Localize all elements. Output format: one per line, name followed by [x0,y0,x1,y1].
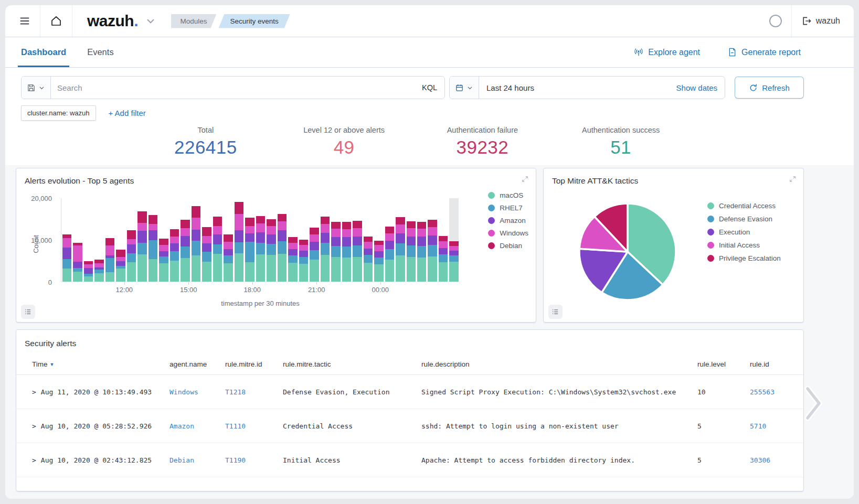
bar-14[interactable] [213,198,222,282]
menu-hamburger-icon[interactable] [19,15,30,27]
bar-33[interactable] [417,198,426,282]
bar-9[interactable] [159,198,168,282]
bar-legend-item-windows[interactable]: Windows [488,229,528,237]
bar-2[interactable] [84,198,93,282]
bar-27[interactable] [353,198,362,282]
bar-12[interactable] [192,198,200,282]
expand-row-icon[interactable]: > [32,422,36,430]
bar-28[interactable] [364,198,373,282]
bar-17[interactable] [245,198,254,282]
bar-10[interactable] [170,198,179,282]
bar-1[interactable] [73,198,82,282]
bar-32[interactable] [407,198,416,282]
bar-legend-item-debian[interactable]: Debian [488,242,528,250]
breadcrumb-security-events[interactable]: Security events [219,14,290,28]
add-filter-button[interactable]: + Add filter [105,108,149,118]
column-header-rule-mitre-tactic[interactable]: rule.mitre.tactic [283,360,421,368]
cell-rule-id[interactable]: 5710 [750,422,803,430]
generate-report-button[interactable]: Generate report [724,47,804,58]
show-dates-button[interactable]: Show dates [669,83,725,92]
bar-25[interactable] [331,198,340,282]
stats-row: Total226415Level 12 or above alerts49Aut… [136,126,690,158]
inspect-panel-icon[interactable] [548,305,563,319]
bar-34[interactable] [428,198,437,282]
kql-toggle[interactable]: KQL [415,83,444,92]
cell-mitre-id[interactable]: T1218 [225,388,283,396]
search-input[interactable] [51,83,415,92]
bar-0[interactable] [62,198,71,282]
bar-36[interactable] [449,198,458,282]
bar-15[interactable] [224,198,232,282]
column-header-time[interactable]: Time▼ [32,360,169,368]
tab-events[interactable]: Events [87,37,113,67]
bar-legend-item-amazon[interactable]: Amazon [488,217,528,224]
bar-21[interactable] [288,198,297,282]
bar-18[interactable] [256,198,265,282]
expand-row-icon[interactable]: > [32,456,36,464]
bar-22[interactable] [299,198,308,282]
column-header-rule-description[interactable]: rule.description [421,360,697,368]
filter-chip-cluster-name[interactable]: cluster.name: wazuh [21,105,96,121]
bar-segment-rhel7 [73,268,82,272]
pie-legend-item-privilege-escalation[interactable]: Privilege Escalation [707,254,781,262]
cell-agent-name[interactable]: Debian [169,456,225,464]
next-page-chevron-icon[interactable] [803,384,823,422]
home-icon[interactable] [50,15,62,27]
bar-35[interactable] [439,198,448,282]
time-range-value[interactable]: Last 24 hours [479,83,669,92]
column-header-rule-level[interactable]: rule.level [697,360,750,368]
bar-segment-debian [385,227,394,233]
bar-6[interactable] [127,198,136,282]
bar-11[interactable] [181,198,189,282]
pie-legend-item-initial-access[interactable]: Initial Access [707,241,781,249]
bar-3[interactable] [94,198,103,282]
bar-legend-item-rhel7[interactable]: RHEL7 [488,204,528,212]
bar-5[interactable] [116,198,125,282]
saved-query-menu[interactable] [22,77,51,99]
explore-agent-button[interactable]: Explore agent [630,47,703,58]
column-header-agent-name[interactable]: agent.name [169,360,225,368]
date-quick-menu[interactable] [450,77,479,99]
health-status-icon[interactable] [769,15,782,27]
bar-19[interactable] [267,198,275,282]
pie-legend-item-credential-access[interactable]: Credential Access [707,202,781,210]
pie-legend-item-defense-evasion[interactable]: Defense Evasion [707,215,781,223]
expand-row-icon[interactable]: > [32,388,36,396]
bar-13[interactable] [202,198,211,282]
tab-dashboard[interactable]: Dashboard [21,37,66,67]
bar-23[interactable] [310,198,319,282]
sort-desc-icon[interactable]: ▼ [50,362,55,367]
bar-4[interactable] [105,198,114,282]
cell-rule-id[interactable]: 30306 [750,456,803,464]
breadcrumb-modules[interactable]: Modules [171,14,217,28]
pie-chart[interactable] [577,201,678,302]
bar-24[interactable] [321,198,330,282]
bar-29[interactable] [374,198,383,282]
cell-mitre-id[interactable]: T1190 [225,456,283,464]
inspect-panel-icon[interactable] [21,305,35,319]
refresh-button[interactable]: Refresh [735,77,804,99]
cell-rule-id[interactable]: 255563 [750,388,803,396]
stacked-bar-chart[interactable] [61,198,460,282]
user-menu[interactable]: wazuh [801,16,840,26]
bar-16[interactable] [235,198,243,282]
column-header-rule-mitre-id[interactable]: rule.mitre.id [225,360,283,368]
cell-mitre-id[interactable]: T1110 [225,422,283,430]
bar-7[interactable] [137,198,146,282]
legend-label: Execution [719,228,750,236]
wazuh-logo[interactable]: wazuh. [87,12,139,30]
cell-agent-name[interactable]: Windows [169,388,225,396]
bar-26[interactable] [342,198,351,282]
bar-30[interactable] [385,198,394,282]
cell-agent-name[interactable]: Amazon [169,422,225,430]
bar-31[interactable] [396,198,405,282]
app-switcher-chevron-down-icon[interactable] [145,15,156,27]
legend-dot [707,255,714,262]
bar-legend-item-macos[interactable]: macOS [488,191,528,199]
column-header-rule-id[interactable]: rule.id [750,360,803,368]
expand-panel-icon[interactable] [520,174,530,184]
pie-legend-item-execution[interactable]: Execution [707,228,781,236]
bar-8[interactable] [149,198,157,282]
bar-20[interactable] [278,198,287,282]
expand-panel-icon[interactable] [788,174,798,184]
